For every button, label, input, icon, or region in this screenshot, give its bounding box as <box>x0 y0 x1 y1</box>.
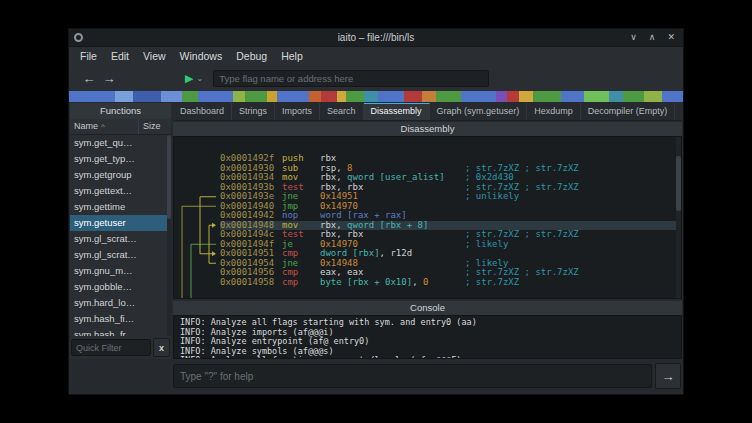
title-bar[interactable]: iaito – file:///bin/ls ∨ ∧ ✕ <box>69 29 683 47</box>
function-row[interactable]: sym.gl_scrat… <box>70 231 171 247</box>
back-icon[interactable]: ← <box>79 71 99 86</box>
memory-map-segment[interactable] <box>321 91 337 102</box>
memory-map-segment[interactable] <box>422 91 436 102</box>
memory-map-segment[interactable] <box>161 91 182 102</box>
operand-token: rsp, <box>320 164 347 173</box>
memory-map-segment[interactable] <box>198 91 233 102</box>
maximize-icon[interactable]: ∧ <box>649 29 656 46</box>
memory-map-segment[interactable] <box>404 91 422 102</box>
instruction-comment: ; str.7zXZ ; str.7zXZ <box>465 164 681 174</box>
instruction-comment: ; str.7zXZ ; str.7zXZ <box>465 230 681 240</box>
tab-graph[interactable]: Graph (sym.getuser) <box>430 103 528 120</box>
menu-help[interactable]: Help <box>274 47 310 65</box>
memory-map-segment[interactable] <box>115 91 133 102</box>
disassembly-line[interactable]: 0x00014958cmpbyte [rbx + 0x10], 0; str.7… <box>220 278 681 288</box>
arrow-right-icon: → <box>662 369 675 384</box>
quick-filter-input[interactable] <box>71 339 151 356</box>
operand-token: rbx, <box>320 173 347 182</box>
tab-decompiler[interactable]: Decompiler (Empty) <box>581 103 676 120</box>
memory-map-segment[interactable] <box>364 91 378 102</box>
tab-dashboard[interactable]: Dashboard <box>173 103 232 120</box>
disassembly-view[interactable]: 0x0001492fpushrbx0x00014930subrsp, 8; st… <box>173 136 682 299</box>
menu-debug[interactable]: Debug <box>229 47 274 65</box>
memory-map-segment[interactable] <box>662 91 683 102</box>
disassembly-scrollbar[interactable] <box>676 137 681 298</box>
operand-token: eax <box>347 268 363 277</box>
memory-map[interactable] <box>69 91 683 102</box>
function-row[interactable]: sym.gl_scrat… <box>70 247 171 263</box>
memory-map-segment[interactable] <box>133 91 161 102</box>
functions-scrollbar-thumb[interactable] <box>167 135 171 219</box>
function-row[interactable]: sym.hash_fi… <box>70 311 171 327</box>
memory-map-segment[interactable] <box>644 91 662 102</box>
instruction-operands: 0x14970 <box>320 202 465 212</box>
disassembly-title[interactable]: Disassembly <box>173 122 682 136</box>
tab-hexdump[interactable]: Hexdump <box>527 103 581 120</box>
menu-edit[interactable]: Edit <box>104 47 136 65</box>
memory-map-segment[interactable] <box>496 91 507 102</box>
memory-map-segment[interactable] <box>561 91 584 102</box>
instruction-operands: rbx, qword [user_alist] <box>320 173 465 183</box>
instruction-comment <box>465 211 681 221</box>
menu-view[interactable]: View <box>136 47 173 65</box>
function-row[interactable]: sym.getuser <box>70 215 171 231</box>
size-column-header[interactable]: Size <box>139 119 171 134</box>
functions-scrollbar[interactable] <box>167 135 171 336</box>
function-row[interactable]: sym.hash_fr… <box>70 327 171 336</box>
function-row[interactable]: sym.hard_lo… <box>70 295 171 311</box>
memory-map-segment[interactable] <box>337 91 346 102</box>
memory-map-segment[interactable] <box>69 91 115 102</box>
tab-search[interactable]: Search <box>320 103 364 120</box>
functions-panel-title[interactable]: Functions <box>70 103 171 119</box>
memory-map-segment[interactable] <box>507 91 519 102</box>
memory-map-segment[interactable] <box>533 91 561 102</box>
console-send-button[interactable]: → <box>655 363 681 389</box>
function-row[interactable]: sym.get_typ… <box>70 151 171 167</box>
memory-map-segment[interactable] <box>245 91 266 102</box>
desktop: iaito – file:///bin/ls ∨ ∧ ✕ FileEditVie… <box>0 0 752 423</box>
memory-map-segment[interactable] <box>277 91 309 102</box>
functions-column-headers: Name ^ Size <box>70 119 171 135</box>
function-row[interactable]: sym.gettext… <box>70 183 171 199</box>
memory-map-segment[interactable] <box>436 91 461 102</box>
console-output[interactable]: INFO: Analyze all flags starting with sy… <box>173 315 682 359</box>
menu-windows[interactable]: Windows <box>173 47 230 65</box>
tab-disassembly[interactable]: Disassembly <box>364 103 430 120</box>
memory-map-segment[interactable] <box>346 91 364 102</box>
memory-map-segment[interactable] <box>267 91 278 102</box>
jump-arrow-line <box>182 206 216 299</box>
quick-filter-row: x <box>70 336 171 359</box>
close-icon[interactable]: ✕ <box>667 29 675 46</box>
function-row[interactable]: sym.get_qu… <box>70 135 171 151</box>
menu-file[interactable]: File <box>73 47 104 65</box>
tab-strings[interactable]: Strings <box>232 103 275 120</box>
memory-map-segment[interactable] <box>584 91 609 102</box>
memory-map-segment[interactable] <box>623 91 644 102</box>
name-column-header[interactable]: Name ^ <box>70 119 139 134</box>
main-content: Functions Name ^ Size sym.get_qu…sym.get… <box>69 102 683 394</box>
operand-token: rbx <box>347 183 363 192</box>
shade-icon[interactable]: ∨ <box>630 29 637 46</box>
memory-map-segment[interactable] <box>461 91 496 102</box>
address-input[interactable] <box>213 70 489 87</box>
memory-map-segment[interactable] <box>609 91 623 102</box>
iaito-window: iaito – file:///bin/ls ∨ ∧ ✕ FileEditVie… <box>68 28 684 395</box>
function-row[interactable]: sym.getgroup <box>70 167 171 183</box>
operand-token: 0x14948 <box>320 259 358 268</box>
tab-imports[interactable]: Imports <box>275 103 320 120</box>
memory-map-segment[interactable] <box>378 91 404 102</box>
function-row[interactable]: sym.gobble… <box>70 279 171 295</box>
memory-map-segment[interactable] <box>519 91 533 102</box>
forward-icon[interactable]: → <box>99 71 119 86</box>
function-row[interactable]: sym.gettime <box>70 199 171 215</box>
disassembly-scrollbar-thumb[interactable] <box>676 156 681 211</box>
instruction-address: 0x00014958 <box>220 278 282 288</box>
console-command-input[interactable] <box>173 364 652 388</box>
continue-button[interactable]: ▶ ⌄ <box>185 72 203 85</box>
quick-filter-clear-button[interactable]: x <box>153 338 170 357</box>
console-title[interactable]: Console <box>173 301 682 315</box>
function-row[interactable]: sym.gnu_m… <box>70 263 171 279</box>
memory-map-segment[interactable] <box>233 91 245 102</box>
memory-map-segment[interactable] <box>309 91 321 102</box>
memory-map-segment[interactable] <box>182 91 198 102</box>
